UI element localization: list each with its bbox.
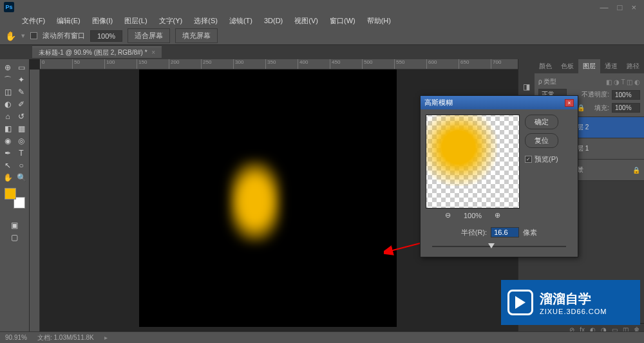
scroll-all-checkbox[interactable]	[30, 32, 37, 39]
document-tab[interactable]: 未标题-1 @ 90.9% (图层 2, RGB/8#) * ×	[32, 46, 162, 58]
radius-input[interactable]	[491, 227, 519, 237]
opacity-label: 不透明度:	[582, 90, 609, 99]
color-swatches[interactable]	[5, 188, 25, 209]
tab-color[interactable]: 颜色	[535, 59, 556, 73]
app-logo: Ps	[4, 2, 14, 12]
dodge-tool-icon[interactable]: ◎	[15, 135, 28, 147]
zoom-tool-icon[interactable]: 🔍	[15, 172, 28, 183]
menu-image[interactable]: 图像(I)	[90, 15, 115, 27]
eraser-tool-icon[interactable]: ◧	[1, 123, 14, 134]
zoom-field[interactable]: 100%	[90, 30, 122, 42]
tab-swatch[interactable]: 色板	[556, 59, 578, 73]
quickmask-icon[interactable]: ▣	[8, 219, 21, 231]
watermark-url: ZIXUE.3D66.COM	[540, 308, 607, 315]
document-canvas[interactable]	[139, 70, 397, 327]
menu-help[interactable]: 帮助(H)	[365, 15, 393, 27]
lasso-tool-icon[interactable]: ⌒	[1, 74, 14, 86]
scroll-all-label: 滚动所有窗口	[43, 31, 85, 41]
preview-zoom: 100%	[464, 212, 482, 219]
radius-slider[interactable]	[432, 243, 566, 250]
blur-tool-icon[interactable]: ◉	[1, 135, 14, 147]
preview-checkbox[interactable]: ✓	[525, 156, 532, 163]
menu-3d[interactable]: 3D(D)	[261, 15, 285, 26]
status-bar: 90.91% 文档: 1.03M/511.8K ▸	[0, 331, 644, 343]
menu-bar: 文件(F) 编辑(E) 图像(I) 图层(L) 文字(Y) 选择(S) 滤镜(T…	[0, 14, 644, 27]
marquee-tool-icon[interactable]: ▭	[15, 62, 28, 73]
tab-layers[interactable]: 图层	[578, 59, 600, 73]
brush-tool-icon[interactable]: ✐	[15, 98, 28, 110]
crop-tool-icon[interactable]: ◫	[1, 86, 14, 98]
reset-button[interactable]: 复位	[525, 133, 558, 148]
path-tool-icon[interactable]: ↖	[1, 160, 14, 171]
radius-label: 半径(R):	[461, 228, 487, 237]
fill-screen-button[interactable]: 填充屏幕	[175, 28, 218, 43]
status-doc: 文档: 1.03M/511.8K	[37, 333, 94, 342]
dialog-close-button[interactable]: ×	[565, 99, 574, 107]
menu-file[interactable]: 文件(F)	[19, 15, 48, 27]
toolbox: ⊕▭ ⌒✦ ◫✎ ◐✐ ⌂↺ ◧▦ ◉◎ ✒T ↖○ ✋🔍 ▣ ▢	[0, 59, 30, 336]
maximize-icon[interactable]: □	[618, 3, 623, 12]
preview-label: 预览(P)	[535, 154, 558, 164]
wand-tool-icon[interactable]: ✦	[15, 74, 28, 86]
stamp-tool-icon[interactable]: ⌂	[1, 111, 14, 122]
eyedropper-tool-icon[interactable]: ✎	[15, 86, 28, 98]
play-icon	[507, 290, 533, 315]
hand-tool-icon[interactable]: ✋	[5, 31, 16, 41]
heal-tool-icon[interactable]: ◐	[1, 98, 14, 110]
fill-input[interactable]: 100%	[612, 103, 640, 113]
zoom-out-icon[interactable]: ⊖	[445, 211, 451, 219]
lock-icon: 🔒	[632, 167, 640, 174]
menu-edit[interactable]: 编辑(E)	[54, 15, 83, 27]
menu-window[interactable]: 窗口(W)	[327, 15, 358, 27]
type-tool-icon[interactable]: T	[15, 147, 28, 159]
history-panel-icon[interactable]: ◨	[523, 82, 530, 91]
ruler-horizontal: 0501001502002503003504004505005506006507…	[40, 59, 518, 70]
close-icon[interactable]: ×	[631, 3, 636, 12]
menu-view[interactable]: 视图(V)	[292, 15, 321, 27]
menu-filter[interactable]: 滤镜(T)	[227, 15, 255, 27]
fit-screen-button[interactable]: 适合屏幕	[128, 28, 170, 43]
blur-preview[interactable]	[426, 115, 520, 209]
hand-tool-icon2[interactable]: ✋	[1, 172, 14, 183]
move-tool-icon[interactable]: ⊕	[1, 62, 14, 73]
minimize-icon[interactable]: —	[600, 3, 609, 12]
watermark-title: 溜溜自学	[540, 290, 607, 308]
gaussian-blur-dialog: 高斯模糊 × ⊖ 100% ⊕ 确定 复位 ✓ 预览(P) 半径(R): 像素	[420, 95, 578, 257]
ok-button[interactable]: 确定	[525, 115, 558, 129]
pen-tool-icon[interactable]: ✒	[1, 147, 14, 159]
menu-select[interactable]: 选择(S)	[191, 15, 220, 27]
status-zoom[interactable]: 90.91%	[5, 334, 27, 341]
options-bar: ✋ ▾ 滚动所有窗口 100% 适合屏幕 填充屏幕	[0, 27, 644, 45]
zoom-in-icon[interactable]: ⊕	[495, 211, 500, 219]
tab-paths[interactable]: 路径	[622, 59, 644, 73]
tab-channels[interactable]: 通道	[600, 59, 622, 73]
screenmode-icon[interactable]: ▢	[8, 232, 21, 243]
ruler-vertical	[30, 70, 40, 336]
blurred-shape	[229, 160, 281, 243]
radius-unit: 像素	[523, 228, 537, 237]
dialog-title: 高斯模糊	[424, 98, 453, 107]
gradient-tool-icon[interactable]: ▦	[15, 123, 28, 134]
menu-layer[interactable]: 图层(L)	[122, 15, 149, 27]
kind-filter-label: ρ 类型	[538, 77, 556, 86]
fill-label: 填充:	[594, 104, 609, 113]
shape-tool-icon[interactable]: ○	[15, 160, 28, 171]
opacity-input[interactable]: 100%	[612, 90, 640, 100]
menu-type[interactable]: 文字(Y)	[156, 15, 185, 27]
history-brush-icon[interactable]: ↺	[15, 111, 28, 122]
fg-color-swatch[interactable]	[5, 188, 16, 199]
watermark: 溜溜自学 ZIXUE.3D66.COM	[501, 280, 640, 325]
